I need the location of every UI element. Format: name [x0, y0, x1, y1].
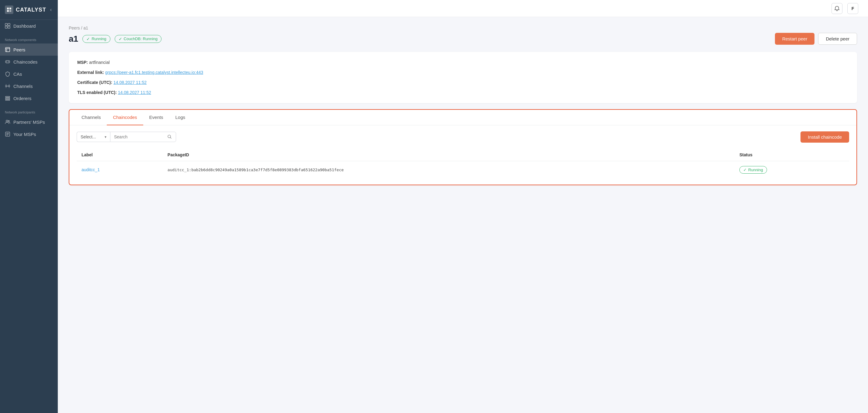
delete-peer-button[interactable]: Delete peer: [818, 33, 857, 45]
sidebar-label-partners-msps: Partners' MSPs: [13, 120, 45, 125]
notification-button[interactable]: [832, 3, 842, 14]
orderers-icon: [5, 95, 10, 101]
user-avatar[interactable]: F: [847, 3, 858, 14]
running-status-badge: ✓ Running: [83, 35, 110, 43]
svg-rect-3: [9, 10, 11, 12]
channels-icon: [5, 83, 10, 89]
svg-rect-1: [9, 8, 11, 9]
sidebar-label-chaincodes: Chaincodes: [13, 59, 37, 64]
search-input[interactable]: [114, 134, 167, 139]
breadcrumb-parent[interactable]: Peers: [69, 26, 80, 30]
svg-rect-4: [5, 24, 7, 26]
chaincode-status-label: Running: [748, 167, 763, 172]
chaincode-table: Label PackageID Status auditcc_1 auditcc…: [76, 149, 849, 179]
chaincodes-icon: [5, 59, 10, 64]
restart-peer-button[interactable]: Restart peer: [775, 33, 815, 45]
sidebar-item-channels[interactable]: Channels: [0, 80, 58, 92]
breadcrumb: Peers / a1: [69, 26, 857, 30]
sidebar-item-chaincodes[interactable]: Chaincodes: [0, 56, 58, 68]
svg-rect-5: [8, 24, 10, 26]
breadcrumb-current: a1: [83, 26, 88, 30]
msp-label: MSP:: [77, 60, 88, 65]
page-content: Peers / a1 a1 ✓ Running ✓ CouchDB: Runni…: [58, 17, 868, 413]
tab-content-chaincodes: Select... ▼: [69, 125, 857, 185]
page-actions: Restart peer Delete peer: [775, 33, 857, 45]
page-header: a1 ✓ Running ✓ CouchDB: Running Restart …: [69, 33, 857, 45]
couchdb-status-label: CouchDB: Running: [124, 36, 158, 41]
logo-icon: [5, 5, 13, 14]
select-wrapper[interactable]: Select... ▼: [76, 132, 110, 142]
svg-rect-7: [8, 26, 10, 28]
install-chaincode-button[interactable]: Install chaincode: [801, 131, 849, 142]
table-header: Label PackageID Status: [76, 149, 849, 161]
sidebar-label-peers: Peers: [13, 47, 25, 52]
sidebar-label-cas: CAs: [13, 71, 22, 77]
chaincode-running-badge: ✓ Running: [739, 166, 767, 173]
package-id-value: auditcc_1:bab2b6dd8c90249a0a1589b1ca3e7f…: [167, 167, 344, 172]
certificate-value[interactable]: 14.08.2027 11:52: [114, 80, 147, 85]
external-link-value[interactable]: grpcs://peer-a1.fc1.testing.catalyst.int…: [105, 70, 203, 75]
table-row: auditcc_1 auditcc_1:bab2b6dd8c90249a0a15…: [76, 161, 849, 179]
svg-rect-13: [5, 96, 10, 97]
tab-logs[interactable]: Logs: [169, 110, 191, 125]
svg-point-12: [8, 86, 10, 87]
certificate-row: Certificate (UTC): 14.08.2027 11:52: [77, 80, 848, 86]
sidebar-item-peers[interactable]: Peers: [0, 43, 58, 56]
running-status-label: Running: [92, 36, 106, 41]
tab-channels[interactable]: Channels: [75, 110, 107, 125]
sidebar: CATALYST ‹ Dashboard Network components …: [0, 0, 58, 413]
table-header-row: Label PackageID Status: [76, 149, 849, 161]
filter-left: Select... ▼: [76, 132, 176, 142]
cas-icon: [5, 71, 10, 77]
col-package-id: PackageID: [163, 149, 735, 161]
table-body: auditcc_1 auditcc_1:bab2b6dd8c90249a0a15…: [76, 161, 849, 179]
sidebar-label-dashboard: Dashboard: [13, 24, 36, 29]
info-card: MSP: artfinancial External link: grpcs:/…: [69, 52, 857, 103]
svg-rect-6: [5, 26, 7, 28]
svg-point-10: [8, 61, 9, 62]
sidebar-item-dashboard[interactable]: Dashboard: [0, 20, 58, 32]
cell-label: auditcc_1: [76, 161, 163, 179]
external-link-label: External link:: [77, 70, 104, 75]
sidebar-collapse-button[interactable]: ‹: [49, 6, 53, 14]
section-network-participants: Network participants: [0, 104, 58, 116]
sidebar-item-orderers[interactable]: Orderers: [0, 92, 58, 104]
topbar: F: [58, 0, 868, 17]
your-msps-icon: [5, 131, 10, 137]
tab-chaincodes[interactable]: Chaincodes: [107, 110, 143, 125]
certificate-label: Certificate (UTC):: [77, 80, 112, 85]
tls-value[interactable]: 14.08.2027 11:52: [118, 90, 151, 95]
partners-msps-icon: [5, 119, 10, 125]
sidebar-label-orderers: Orderers: [13, 96, 31, 101]
filter-row: Select... ▼: [76, 131, 849, 142]
sidebar-label-channels: Channels: [13, 84, 33, 89]
msp-row: MSP: artfinancial: [77, 59, 848, 66]
chaincode-select[interactable]: Select...: [81, 134, 106, 139]
sidebar-label-your-msps: Your MSPs: [13, 132, 36, 137]
search-button[interactable]: [167, 134, 172, 139]
chaincode-check-icon: ✓: [743, 167, 747, 172]
sidebar-item-your-msps[interactable]: Your MSPs: [0, 128, 58, 140]
tab-events[interactable]: Events: [143, 110, 169, 125]
app-title: CATALYST: [16, 7, 46, 13]
svg-rect-2: [7, 10, 9, 12]
app-logo: CATALYST: [5, 5, 46, 14]
couchdb-status-badge: ✓ CouchDB: Running: [115, 35, 161, 43]
chaincode-label-link[interactable]: auditcc_1: [82, 167, 100, 172]
dashboard-icon: [5, 23, 10, 29]
svg-rect-14: [5, 98, 10, 99]
sidebar-item-cas[interactable]: CAs: [0, 68, 58, 80]
svg-point-11: [5, 86, 7, 87]
couchdb-check-icon: ✓: [119, 36, 122, 41]
tabs-container: Channels Chaincodes Events Logs: [69, 110, 857, 125]
section-network-components: Network components: [0, 32, 58, 43]
svg-rect-8: [5, 47, 10, 52]
check-icon: ✓: [86, 36, 90, 41]
tls-row: TLS enabled (UTC): 14.08.2027 11:52: [77, 89, 848, 96]
tls-label: TLS enabled (UTC):: [77, 90, 117, 95]
page-title: a1: [69, 34, 78, 44]
sidebar-item-partners-msps[interactable]: Partners' MSPs: [0, 116, 58, 128]
sidebar-header: CATALYST ‹: [0, 0, 58, 20]
svg-rect-15: [5, 99, 10, 100]
bell-icon: [834, 6, 840, 11]
